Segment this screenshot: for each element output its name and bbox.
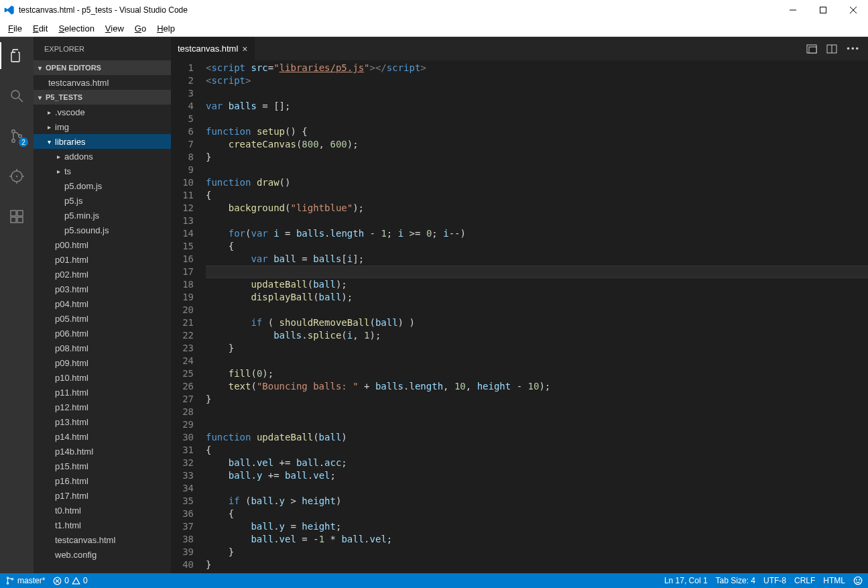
tree-file[interactable]: p11.html	[34, 385, 171, 400]
code-line[interactable]: <script>	[206, 74, 868, 87]
status-problems[interactable]: 0 0	[53, 576, 87, 585]
menu-help[interactable]: Help	[151, 22, 180, 35]
status-language[interactable]: HTML	[823, 576, 845, 585]
tree-file[interactable]: testcanvas.html	[34, 532, 171, 547]
code-line[interactable]	[206, 304, 868, 316]
code-line[interactable]: text("Bouncing balls: " + balls.length, …	[206, 380, 868, 393]
activity-explorer[interactable]	[0, 42, 34, 69]
tree-file[interactable]: p08.html	[34, 341, 171, 355]
code-line[interactable]: function updateBall(ball)	[206, 431, 868, 444]
code-line[interactable]: function setup() {	[206, 125, 868, 138]
code-line[interactable]: ball.y += ball.vel;	[206, 469, 868, 482]
code-line[interactable]: }	[206, 558, 868, 571]
tree-file[interactable]: p10.html	[34, 370, 171, 385]
split-editor-icon[interactable]	[806, 44, 817, 54]
code-line[interactable]: {	[206, 189, 868, 202]
status-branch[interactable]: master*	[5, 576, 45, 585]
code-line[interactable]: {	[206, 444, 868, 457]
menu-go[interactable]: Go	[129, 22, 151, 35]
menu-view[interactable]: View	[100, 22, 129, 35]
code-line[interactable]: ball.vel += ball.acc;	[206, 457, 868, 469]
tree-file[interactable]: p02.html	[34, 267, 171, 282]
code-line[interactable]: fill(0);	[206, 367, 868, 380]
code-line[interactable]: if ( shouldRemoveBall(ball) )	[206, 316, 868, 329]
code-line[interactable]	[206, 406, 868, 418]
status-encoding[interactable]: UTF-8	[763, 576, 786, 585]
code-line[interactable]: }	[206, 393, 868, 406]
code-line[interactable]: }	[206, 342, 868, 355]
close-icon[interactable]: ×	[242, 44, 247, 54]
tree-file[interactable]: web.config	[34, 547, 171, 562]
more-actions-icon[interactable]: •••	[847, 44, 860, 54]
code-line[interactable]: for(var i = balls.length - 1; i >= 0; i-…	[206, 227, 868, 240]
tree-file[interactable]: p14b.html	[34, 444, 171, 459]
code-line[interactable]	[206, 113, 868, 125]
code-content[interactable]: <script src="libraries/p5.js"></script><…	[206, 60, 868, 573]
tree-file[interactable]: p5.js	[34, 193, 171, 208]
code-line[interactable]: }	[206, 151, 868, 164]
code-line[interactable]: {	[206, 508, 868, 520]
code-line[interactable]: <script src="libraries/p5.js"></script>	[206, 62, 868, 74]
tree-file[interactable]: p14.html	[34, 429, 171, 444]
activity-debug[interactable]	[0, 163, 34, 190]
code-line[interactable]	[206, 164, 868, 176]
code-line[interactable]: {	[206, 240, 868, 253]
status-eol[interactable]: CRLF	[794, 576, 815, 585]
code-line[interactable]: balls.splice(i, 1);	[206, 329, 868, 342]
code-line[interactable]: var balls = [];	[206, 100, 868, 113]
tree-file[interactable]: p01.html	[34, 252, 171, 267]
open-editor-item[interactable]: testcanvas.html	[34, 75, 171, 90]
menu-file[interactable]: File	[3, 22, 27, 35]
tree-file[interactable]: t0.html	[34, 503, 171, 518]
activity-extensions[interactable]	[0, 203, 34, 230]
menu-edit[interactable]: Edit	[27, 22, 53, 35]
tree-folder[interactable]: ▸addons	[34, 149, 171, 164]
tree-file[interactable]: t1.html	[34, 518, 171, 532]
code-line[interactable]	[206, 355, 868, 367]
status-feedback-icon[interactable]	[853, 576, 863, 585]
code-line[interactable]	[206, 266, 868, 278]
tree-file[interactable]: p09.html	[34, 355, 171, 370]
tree-file[interactable]: p03.html	[34, 282, 171, 296]
code-line[interactable]: var ball = balls[i];	[206, 253, 868, 266]
tree-file[interactable]: p17.html	[34, 488, 171, 503]
window-maximize-button[interactable]	[808, 0, 838, 20]
code-line[interactable]: ball.vel = -1 * ball.vel;	[206, 533, 868, 546]
code-line[interactable]: if (ball.y > height)	[206, 495, 868, 508]
editor-layout-icon[interactable]	[826, 44, 837, 54]
activity-source-control[interactable]: 2	[0, 123, 34, 150]
status-tab-size[interactable]: Tab Size: 4	[716, 576, 755, 585]
tree-file[interactable]: p05.html	[34, 311, 171, 326]
code-editor[interactable]: 1234567891011121314151617181920212223242…	[171, 60, 868, 573]
code-line[interactable]: displayBall(ball);	[206, 291, 868, 304]
code-line[interactable]	[206, 418, 868, 431]
tree-file[interactable]: p00.html	[34, 237, 171, 252]
code-line[interactable]: createCanvas(800, 600);	[206, 138, 868, 151]
tree-file[interactable]: p5.min.js	[34, 208, 171, 223]
section-project[interactable]: ▾ P5_TESTS	[34, 90, 171, 105]
status-cursor-position[interactable]: Ln 17, Col 1	[664, 576, 708, 585]
tree-file[interactable]: p06.html	[34, 326, 171, 341]
code-line[interactable]	[206, 482, 868, 495]
code-line[interactable]	[206, 87, 868, 100]
section-open-editors[interactable]: ▾ Open Editors	[34, 60, 171, 75]
tree-file[interactable]: p04.html	[34, 296, 171, 311]
code-line[interactable]: ball.y = height;	[206, 520, 868, 533]
tree-folder[interactable]: ▾libraries	[34, 134, 171, 149]
activity-search[interactable]	[0, 82, 34, 109]
tree-folder[interactable]: ▸ts	[34, 164, 171, 178]
code-line[interactable]: background("lightblue");	[206, 202, 868, 215]
tree-file[interactable]: p16.html	[34, 473, 171, 488]
tree-file[interactable]: p12.html	[34, 400, 171, 414]
menu-selection[interactable]: Selection	[53, 22, 99, 35]
code-line[interactable]: function draw()	[206, 176, 868, 189]
code-line[interactable]: }	[206, 546, 868, 558]
tree-folder[interactable]: ▸.vscode	[34, 105, 171, 119]
tree-file[interactable]: p5.dom.js	[34, 178, 171, 193]
tree-file[interactable]: p5.sound.js	[34, 223, 171, 237]
window-minimize-button[interactable]	[778, 0, 808, 20]
window-close-button[interactable]	[838, 0, 868, 20]
editor-tab[interactable]: testcanvas.html×	[171, 37, 255, 60]
tree-file[interactable]: p13.html	[34, 414, 171, 429]
tree-file[interactable]: p15.html	[34, 459, 171, 473]
